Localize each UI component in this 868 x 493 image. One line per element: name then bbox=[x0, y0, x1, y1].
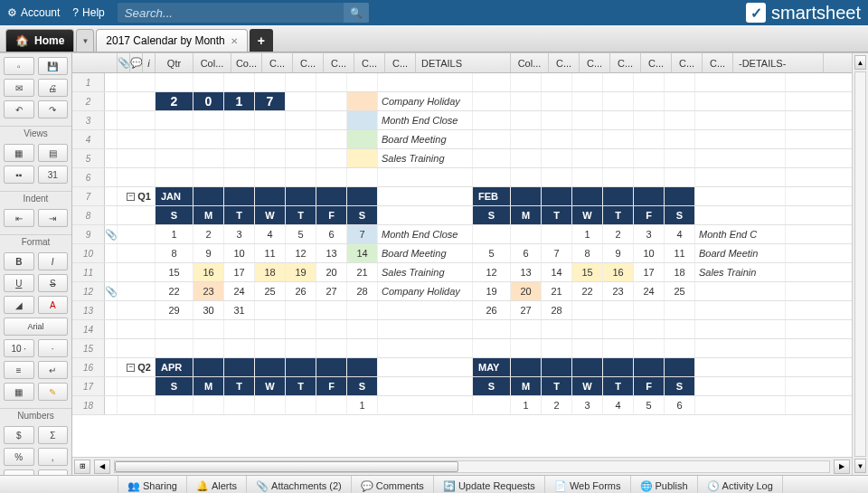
row-attach[interactable] bbox=[105, 263, 118, 281]
cell[interactable] bbox=[224, 73, 255, 91]
cell[interactable] bbox=[695, 149, 786, 167]
font-larger[interactable]: · bbox=[38, 339, 69, 357]
cell[interactable] bbox=[542, 111, 572, 129]
cell[interactable]: 25 bbox=[255, 282, 286, 300]
legend-color[interactable] bbox=[347, 130, 378, 148]
cell[interactable] bbox=[347, 358, 378, 376]
cell[interactable] bbox=[473, 339, 511, 357]
dow-header[interactable]: S bbox=[347, 206, 378, 224]
cell[interactable]: 13 bbox=[316, 244, 347, 262]
tab-dropdown[interactable]: ▼ bbox=[76, 29, 94, 52]
cell[interactable] bbox=[695, 358, 786, 376]
cell[interactable] bbox=[286, 111, 316, 129]
row-attach[interactable] bbox=[105, 396, 118, 414]
cell[interactable] bbox=[572, 187, 603, 205]
cell[interactable] bbox=[224, 130, 255, 148]
cell[interactable] bbox=[572, 130, 603, 148]
scroll-right[interactable]: ▶ bbox=[834, 460, 850, 474]
dow-header[interactable]: W bbox=[255, 377, 286, 395]
cell[interactable]: 22 bbox=[572, 282, 603, 300]
cell[interactable]: 20 bbox=[316, 263, 347, 281]
qtr-cell[interactable]: − Q1 bbox=[118, 187, 156, 205]
cell[interactable] bbox=[193, 339, 224, 357]
tool-print[interactable]: 🖨 bbox=[38, 79, 69, 97]
col-7[interactable]: C... bbox=[385, 53, 416, 72]
cell[interactable] bbox=[634, 73, 665, 91]
cell[interactable] bbox=[193, 168, 224, 186]
cell[interactable] bbox=[193, 396, 224, 414]
dow-header[interactable]: M bbox=[193, 377, 224, 395]
cell[interactable] bbox=[695, 282, 786, 300]
cell[interactable]: 1 bbox=[347, 396, 378, 414]
cell[interactable] bbox=[473, 92, 511, 110]
cell[interactable] bbox=[347, 73, 378, 91]
cell[interactable] bbox=[347, 339, 378, 357]
cell[interactable] bbox=[603, 73, 634, 91]
cell[interactable] bbox=[511, 339, 542, 357]
dec-remove-button[interactable]: .0 bbox=[4, 469, 34, 475]
cell[interactable]: 17 bbox=[224, 263, 255, 281]
tool-save[interactable]: 💾 bbox=[38, 57, 69, 75]
cell[interactable] bbox=[286, 339, 316, 357]
btab-activity[interactable]: 🕓Activity Log bbox=[698, 476, 783, 493]
cell[interactable] bbox=[156, 396, 193, 414]
cell[interactable] bbox=[378, 301, 473, 319]
cell[interactable] bbox=[193, 358, 224, 376]
legend-label[interactable]: Board Meeting bbox=[378, 130, 473, 148]
cell[interactable] bbox=[118, 149, 156, 167]
cell[interactable]: 10 bbox=[224, 244, 255, 262]
col-qtr[interactable]: Qtr bbox=[156, 53, 193, 72]
cell[interactable]: Company Holiday bbox=[378, 282, 473, 300]
cell[interactable]: Sales Trainin bbox=[695, 263, 786, 281]
month-header[interactable]: MAY bbox=[473, 358, 511, 376]
cell[interactable]: 10 bbox=[634, 244, 665, 262]
tool-undo[interactable]: ↶ bbox=[4, 100, 34, 119]
scroll-left[interactable]: ◀ bbox=[94, 460, 110, 474]
cell[interactable]: 29 bbox=[156, 301, 193, 319]
cell[interactable]: 20 bbox=[511, 282, 542, 300]
row-number[interactable]: 8 bbox=[72, 206, 105, 224]
cell[interactable] bbox=[511, 225, 542, 243]
cell[interactable]: 3 bbox=[634, 225, 665, 243]
cell[interactable]: 2 bbox=[603, 225, 634, 243]
cell[interactable] bbox=[193, 149, 224, 167]
dow-header[interactable]: T bbox=[286, 206, 316, 224]
cell[interactable] bbox=[572, 73, 603, 91]
cell[interactable] bbox=[316, 396, 347, 414]
dow-header[interactable]: S bbox=[473, 206, 511, 224]
btab-publish[interactable]: 🌐Publish bbox=[631, 476, 698, 493]
row-attach[interactable] bbox=[105, 244, 118, 262]
cell[interactable] bbox=[255, 73, 286, 91]
row-number[interactable]: 16 bbox=[72, 358, 105, 376]
tool-redo[interactable]: ↷ bbox=[38, 100, 69, 119]
cell[interactable] bbox=[118, 168, 156, 186]
cell[interactable] bbox=[378, 339, 473, 357]
dow-header[interactable]: F bbox=[634, 377, 665, 395]
table-row[interactable]: 5 Sales Training bbox=[72, 149, 852, 168]
cell[interactable] bbox=[572, 92, 603, 110]
row-number[interactable]: 18 bbox=[72, 396, 105, 414]
cell[interactable] bbox=[665, 73, 695, 91]
row-number[interactable]: 6 bbox=[72, 168, 105, 186]
cell[interactable] bbox=[542, 92, 572, 110]
cell[interactable] bbox=[224, 149, 255, 167]
row-attach[interactable] bbox=[105, 92, 118, 110]
cell[interactable] bbox=[118, 225, 156, 243]
cell[interactable]: 26 bbox=[286, 282, 316, 300]
row-number[interactable]: 13 bbox=[72, 301, 105, 319]
cell[interactable] bbox=[118, 320, 156, 338]
cell[interactable]: 23 bbox=[603, 282, 634, 300]
cell[interactable]: 24 bbox=[224, 282, 255, 300]
cell[interactable] bbox=[511, 130, 542, 148]
cell[interactable] bbox=[316, 130, 347, 148]
dow-header[interactable]: F bbox=[634, 206, 665, 224]
cell[interactable] bbox=[193, 73, 224, 91]
cell[interactable]: 2 bbox=[193, 225, 224, 243]
cell[interactable] bbox=[572, 111, 603, 129]
month-header[interactable]: APR bbox=[156, 358, 193, 376]
cell[interactable] bbox=[695, 396, 786, 414]
cell[interactable] bbox=[316, 301, 347, 319]
cell[interactable]: 11 bbox=[255, 244, 286, 262]
table-row[interactable]: 18 1123456 bbox=[72, 396, 852, 415]
cell[interactable] bbox=[511, 92, 542, 110]
